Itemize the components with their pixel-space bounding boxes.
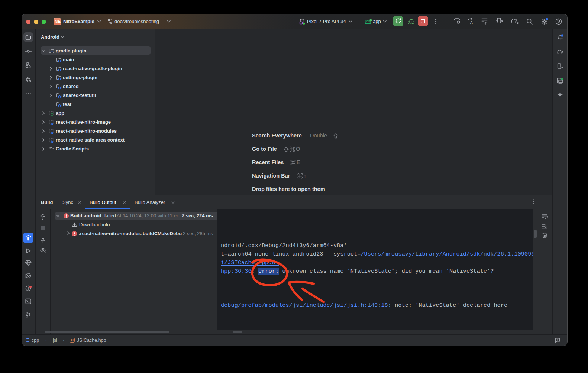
svg-text:A: A (470, 20, 473, 25)
